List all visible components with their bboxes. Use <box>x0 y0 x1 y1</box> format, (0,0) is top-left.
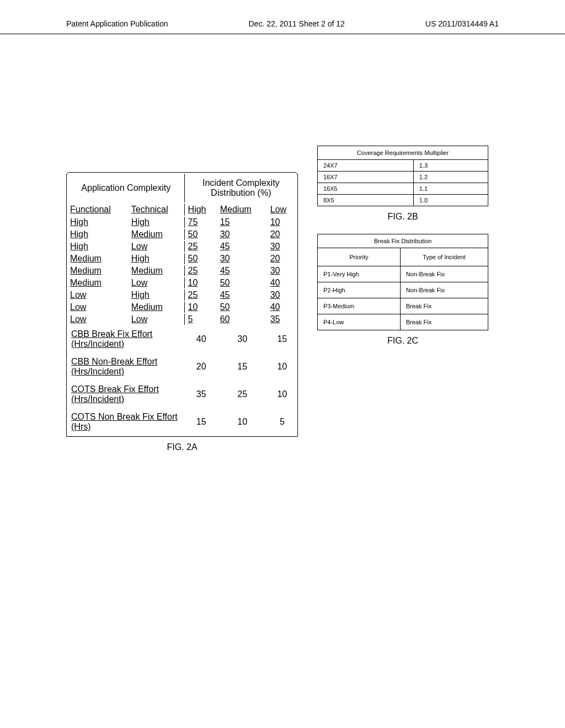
subhdr-priority: Priority <box>318 248 401 266</box>
cell: 5 <box>186 314 217 325</box>
cell: 30 <box>218 326 267 352</box>
content-area: Application Complexity Incident Complexi… <box>0 172 565 452</box>
cell: 1.0 <box>413 195 488 206</box>
cell: Medium <box>129 229 185 240</box>
cell: 5 <box>268 409 296 435</box>
left-column: Application Complexity Incident Complexi… <box>66 172 298 452</box>
cell: 45 <box>218 241 267 252</box>
subhdr-high: High <box>186 204 217 216</box>
cell: 25 <box>218 381 267 408</box>
cell: P3-Medium <box>318 298 401 314</box>
cell: 20 <box>186 354 217 380</box>
cell: High <box>129 253 185 264</box>
cell: 10 <box>186 277 217 288</box>
cell: 75 <box>186 217 217 228</box>
cell: P1-Very High <box>318 266 401 282</box>
effort-label: COTS Break Fix Effort (Hrs/Incident) <box>68 381 185 408</box>
cell: 10 <box>186 302 217 313</box>
cell: 50 <box>218 302 267 313</box>
right-column: Coverage Requirements Multiplier 24X71.3… <box>317 172 488 346</box>
cell: 25 <box>186 290 217 301</box>
subhdr-medium: Medium <box>218 204 267 216</box>
cell: Non-Break Fix <box>400 282 488 298</box>
cell: 24X7 <box>318 160 414 172</box>
cell: 30 <box>218 253 267 264</box>
cell: Low <box>129 314 185 325</box>
cell: 35 <box>186 381 217 408</box>
effort-label: CBB Non-Break Effort (Hrs/Incident) <box>68 354 185 380</box>
cell: 15 <box>186 409 217 435</box>
cell: Low <box>68 290 128 301</box>
cell: 20 <box>268 253 296 264</box>
cell: 10 <box>268 354 296 380</box>
page-header: Patent Application Publication Dec. 22, … <box>0 0 565 34</box>
cell: 30 <box>268 290 296 301</box>
cell: 30 <box>268 265 296 276</box>
cell: 30 <box>268 241 296 252</box>
table-break-fix-distribution: Break Fix Distribution PriorityType of I… <box>317 234 488 330</box>
cell: 40 <box>186 326 217 352</box>
subhdr-type-incident: Type of Incident <box>400 248 488 266</box>
cell: 30 <box>218 229 267 240</box>
subhdr-technical: Technical <box>129 204 185 216</box>
cell: Medium <box>129 302 185 313</box>
cell: Medium <box>68 277 128 288</box>
cell: 15 <box>218 354 267 380</box>
cell: P4-Low <box>318 314 401 330</box>
caption-fig-2c: FIG. 2C <box>317 336 488 346</box>
hdr-application-complexity: Application Complexity <box>68 174 185 202</box>
header-right: US 2011/0314449 A1 <box>425 19 499 28</box>
hdr-coverage: Coverage Requirements Multiplier <box>318 146 488 160</box>
caption-fig-2b: FIG. 2B <box>317 212 488 222</box>
cell: Medium <box>68 253 128 264</box>
caption-fig-2a: FIG. 2A <box>66 442 298 452</box>
cell: 1.3 <box>413 160 488 172</box>
cell: 8X5 <box>318 195 414 206</box>
cell: 25 <box>186 265 217 276</box>
cell: Low <box>68 302 128 313</box>
header-center: Dec. 22, 2011 Sheet 2 of 12 <box>248 19 344 28</box>
subhdr-low: Low <box>268 204 296 216</box>
cell: 25 <box>186 241 217 252</box>
cell: Medium <box>68 265 128 276</box>
cell: High <box>68 241 128 252</box>
cell: 10 <box>268 381 296 408</box>
cell: High <box>129 290 185 301</box>
cell: High <box>68 217 128 228</box>
effort-label: COTS Non Break Fix Effort (Hrs) <box>68 409 185 435</box>
cell: 35 <box>268 314 296 325</box>
cell: High <box>68 229 128 240</box>
cell: Low <box>129 241 185 252</box>
cell: Medium <box>129 265 185 276</box>
header-left: Patent Application Publication <box>66 19 168 28</box>
cell: Low <box>129 277 185 288</box>
hdr-incident-complexity: Incident Complexity Distribution (%) <box>186 174 296 202</box>
cell: 40 <box>268 302 296 313</box>
cell: 20 <box>268 229 296 240</box>
cell: 16X5 <box>318 183 414 195</box>
cell: High <box>129 217 185 228</box>
cell: 50 <box>186 253 217 264</box>
cell: 15 <box>268 326 296 352</box>
cell: 1.1 <box>413 183 488 195</box>
cell: 50 <box>218 277 267 288</box>
cell: Non-Break Fix <box>400 266 488 282</box>
cell: 45 <box>218 265 267 276</box>
cell: 10 <box>268 217 296 228</box>
subhdr-functional: Functional <box>68 204 128 216</box>
table-application-complexity: Application Complexity Incident Complexi… <box>66 172 298 437</box>
cell: 10 <box>218 409 267 435</box>
cell: Low <box>68 314 128 325</box>
cell: 15 <box>218 217 267 228</box>
table-coverage-multiplier: Coverage Requirements Multiplier 24X71.3… <box>317 146 488 206</box>
cell: 1.2 <box>413 172 488 183</box>
effort-label: CBB Break Fix Effort (Hrs/Incident) <box>68 326 185 352</box>
cell: 16X7 <box>318 172 414 183</box>
cell: Break Fix <box>400 298 488 314</box>
cell: 60 <box>218 314 267 325</box>
cell: Break Fix <box>400 314 488 330</box>
cell: 45 <box>218 290 267 301</box>
cell: 40 <box>268 277 296 288</box>
cell: P2-High <box>318 282 401 298</box>
hdr-break-fix: Break Fix Distribution <box>318 234 488 248</box>
